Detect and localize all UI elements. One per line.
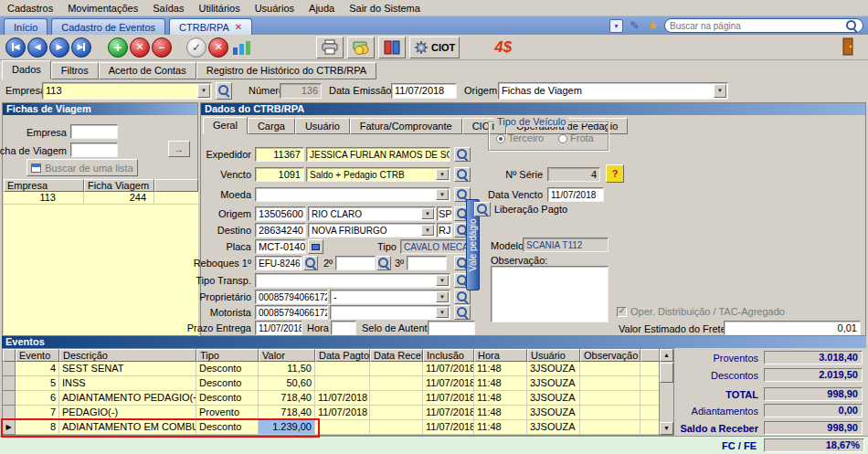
visibility-dropdown-icon[interactable]: ▾ (609, 19, 623, 33)
eventos-cell[interactable]: 11/07/2018 (423, 376, 474, 391)
scroll-thumb[interactable] (660, 363, 673, 383)
header-descricao[interactable]: Descrição (59, 349, 196, 362)
empresa-combo[interactable]: 113 ▼ (42, 82, 212, 100)
header-data-receb[interactable]: Data Receb. (370, 349, 423, 362)
expedidor-name-field[interactable]: JESSICA FURLAN RAMOS DE SOUZA (306, 147, 450, 162)
eventos-cell[interactable]: 3JSOUZA (527, 406, 580, 420)
ctrb-tab-geral[interactable]: Geral (203, 117, 248, 134)
liberacao-search-button[interactable] (474, 202, 491, 216)
eventos-cell[interactable]: 11/07/2018 (315, 406, 370, 420)
scroll-up-button[interactable]: ▲ (660, 349, 673, 362)
tipo-transp-combo[interactable]: ▼ (255, 273, 450, 288)
tab-ctrb-rpa[interactable]: CTRB/RPA ✕ (169, 18, 252, 35)
eventos-cell[interactable]: 3JSOUZA (527, 420, 580, 435)
eventos-cell[interactable]: Desconto (196, 420, 259, 435)
eventos-row[interactable]: 4 SEST SENAT Desconto 11,50 11/07/2018 1… (3, 362, 673, 376)
eventos-row[interactable]: 7 PEDAGIO(-) Provento 718,40 11/07/2018 … (3, 406, 673, 420)
valor-estimado-field[interactable]: 0,01 (724, 321, 861, 335)
vencto-combo[interactable]: Saldo + Pedagio CTRB▼ (306, 167, 450, 182)
menu-saidas[interactable]: Saídas (145, 0, 191, 16)
print-button[interactable] (316, 37, 344, 58)
split-view-button[interactable] (378, 37, 406, 58)
eventos-cell[interactable]: Desconto (196, 391, 259, 406)
money-button[interactable] (347, 37, 375, 58)
moeda-combo[interactable]: ▼ (255, 187, 450, 202)
nav-next-button[interactable]: ▶ (49, 37, 69, 58)
nav-prev-button[interactable]: ◀ (27, 37, 48, 58)
chart-button[interactable] (230, 37, 252, 58)
oper-distribuicao-checkbox[interactable]: Oper. Distribuição / TAC-Agregado (617, 306, 785, 317)
empresa-search-button[interactable] (216, 82, 232, 100)
tab-acerto-de-contas[interactable]: Acerto de Contas (99, 62, 196, 79)
reboque1-field[interactable]: EFU-8246 (255, 256, 302, 270)
radio-terceiro[interactable]: Terceiro (496, 132, 544, 143)
chevron-down-icon[interactable]: ▼ (436, 189, 449, 200)
close-tab-icon[interactable]: ✕ (235, 23, 242, 32)
eventos-cell[interactable] (370, 362, 423, 376)
scroll-down-button[interactable]: ▼ (660, 422, 673, 435)
eventos-cell[interactable]: ADIANTAMENTO PEDAGIO(+) (59, 391, 196, 406)
eventos-cell[interactable]: 718,40 (259, 406, 315, 420)
eventos-cell[interactable] (580, 391, 640, 406)
fichas-grid-row[interactable]: 113 244 (4, 192, 198, 205)
header-evento[interactable]: Evento (16, 349, 59, 362)
destino-city-combo[interactable]: NOVA FRIBURGO▼ (308, 223, 436, 238)
data-emissao-field[interactable]: 11/07/2018 (391, 83, 457, 99)
help-button[interactable]: ? (606, 164, 624, 183)
reboque3-field[interactable] (407, 256, 447, 270)
tab-inicio[interactable]: Início (4, 18, 48, 35)
eventos-cell[interactable]: 11/07/2018 (423, 362, 474, 376)
chevron-down-icon[interactable]: ▼ (436, 291, 449, 302)
ctrb-tab-fatura[interactable]: Fatura/Comprovante (350, 118, 462, 134)
eventos-cell[interactable]: 11,50 (259, 362, 315, 376)
motorista-search-button[interactable] (454, 305, 471, 320)
add-record-button[interactable]: + (108, 37, 128, 58)
eventos-row-selected[interactable]: ▶ 8 ADIANTAMENTO EM COMBUST Desconto 1.2… (3, 420, 673, 435)
eventos-cell[interactable]: 11/07/2018 (423, 391, 474, 406)
chevron-down-icon[interactable]: ▼ (436, 169, 449, 180)
expedidor-search-button[interactable] (454, 147, 471, 162)
carregar-ficha-button[interactable]: → (168, 141, 190, 157)
eventos-cell[interactable] (370, 406, 423, 420)
eventos-cell[interactable] (315, 376, 370, 391)
eventos-cell[interactable]: PEDAGIO(-) (59, 406, 196, 420)
highlight-pen-icon[interactable]: ✎ (628, 19, 641, 33)
ctrb-tab-usuario[interactable]: Usuário (295, 118, 350, 134)
eventos-cell[interactable]: Provento (196, 406, 259, 420)
tab-filtros[interactable]: Filtros (51, 62, 99, 79)
eventos-cell[interactable]: ADIANTAMENTO EM COMBUST (59, 420, 196, 435)
observacao-textarea[interactable] (491, 266, 609, 322)
eventos-cell[interactable]: 3JSOUZA (527, 362, 580, 376)
eventos-cell[interactable]: 3JSOUZA (527, 391, 580, 406)
chevron-down-icon[interactable]: ▼ (714, 84, 726, 98)
menu-ajuda[interactable]: Ajuda (302, 0, 342, 16)
header-inclusao[interactable]: Inclusão (423, 349, 474, 362)
eventos-cell[interactable]: 11:48 (474, 362, 527, 376)
eventos-cell[interactable] (370, 420, 423, 435)
search-input[interactable] (670, 21, 842, 31)
chevron-down-icon[interactable]: ▼ (197, 84, 210, 98)
eventos-cell[interactable]: 718,40 (259, 391, 315, 406)
eventos-cell[interactable] (580, 362, 640, 376)
vencto-search-button[interactable] (454, 167, 471, 182)
eventos-cell[interactable]: 7 (16, 406, 59, 420)
eventos-cell[interactable]: 11:48 (474, 391, 527, 406)
eventos-scrollbar[interactable]: ▲ ▼ (659, 349, 673, 435)
fichas-cell-ficha[interactable]: 244 (84, 192, 154, 204)
ficha-viagem-field[interactable] (70, 143, 118, 157)
eventos-cell[interactable]: 11:48 (474, 420, 527, 435)
ciot-button[interactable]: CIOT (409, 37, 460, 58)
fichas-empresa-field[interactable] (70, 124, 118, 139)
eventos-cell[interactable]: 3JSOUZA (527, 376, 580, 391)
eventos-cell[interactable]: 4 (16, 362, 59, 376)
menu-movimentacoes[interactable]: Movimentações (60, 0, 145, 16)
reboque1-search-button[interactable] (303, 256, 318, 270)
nav-last-button[interactable]: ▶ (71, 37, 91, 58)
chevron-down-icon[interactable]: ▼ (436, 307, 449, 318)
delete-record-button[interactable]: − (152, 37, 172, 58)
selo-field[interactable] (428, 321, 475, 335)
motorista-field[interactable]: 00085794066172 (255, 305, 328, 320)
expedidor-code-field[interactable]: 11367 (255, 147, 304, 162)
eventos-cell[interactable] (315, 362, 370, 376)
origem-combo[interactable]: Fichas de Viagem ▼ (498, 82, 728, 100)
